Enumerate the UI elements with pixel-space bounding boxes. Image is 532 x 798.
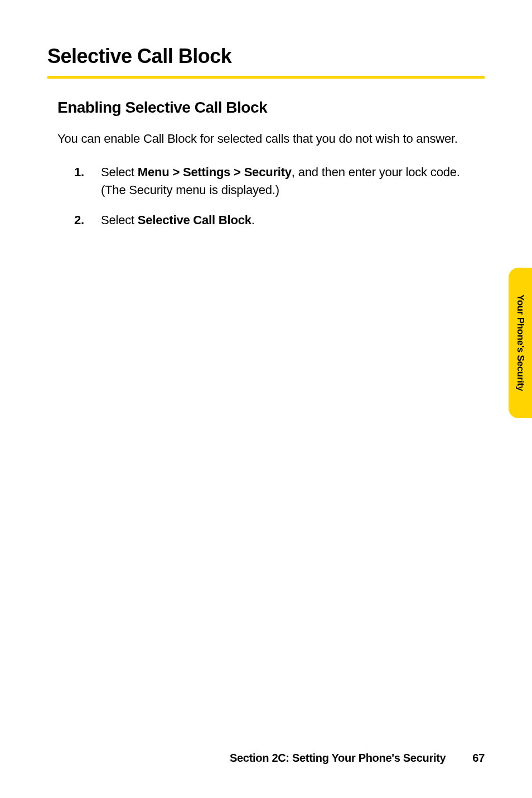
instruction-list: 1. Select Menu > Settings > Security, an… bbox=[74, 163, 485, 229]
step-number: 1. bbox=[74, 163, 101, 199]
footer-section-title: Section 2C: Setting Your Phone's Securit… bbox=[230, 752, 446, 765]
step-bold: Menu > Settings > Security bbox=[138, 165, 292, 179]
side-tab-label: Your Phone's Security bbox=[515, 294, 526, 391]
footer-page-number: 67 bbox=[472, 752, 485, 765]
side-tab: Your Phone's Security bbox=[509, 268, 532, 418]
heading-divider bbox=[47, 76, 485, 79]
page-heading: Selective Call Block bbox=[47, 45, 485, 68]
step-suffix: . bbox=[252, 213, 255, 227]
step-item: 1. Select Menu > Settings > Security, an… bbox=[74, 163, 485, 199]
step-item: 2. Select Selective Call Block. bbox=[74, 211, 485, 229]
step-prefix: Select bbox=[101, 213, 138, 227]
step-text: Select Menu > Settings > Security, and t… bbox=[101, 163, 485, 199]
step-prefix: Select bbox=[101, 165, 138, 179]
step-text: Select Selective Call Block. bbox=[101, 211, 485, 229]
step-number: 2. bbox=[74, 211, 101, 229]
intro-paragraph: You can enable Call Block for selected c… bbox=[57, 130, 485, 148]
step-bold: Selective Call Block bbox=[138, 213, 252, 227]
page-footer: Section 2C: Setting Your Phone's Securit… bbox=[0, 752, 532, 765]
section-subheading: Enabling Selective Call Block bbox=[57, 99, 485, 117]
